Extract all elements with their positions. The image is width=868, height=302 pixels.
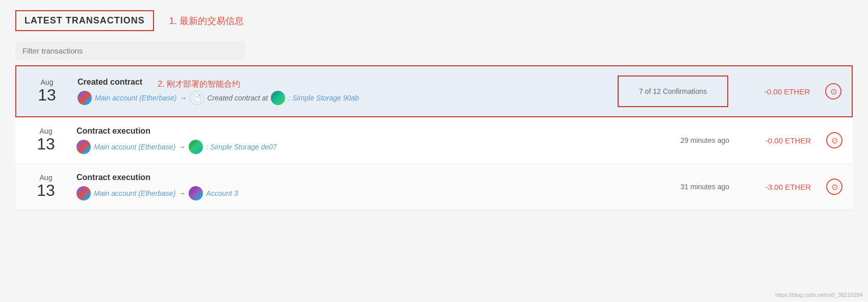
tx-right-2: 29 minutes ago -0.00 ETHER ⊙ (639, 132, 843, 148)
tx-content-3: Contract execution Main account (Etherba… (66, 173, 639, 200)
tx-day-2: 13 (25, 135, 66, 153)
tx-date-1: Aug 13 (27, 78, 67, 104)
tx-to-contract-1[interactable]: : Simple Storage 90ab (288, 94, 359, 102)
tx-detail-2: Main account (Etherbase) → : Simple Stor… (76, 140, 639, 154)
tx-amount-3: -3.00 ETHER (745, 183, 811, 191)
tx-from-link-3[interactable]: Main account (Etherbase) (94, 189, 175, 197)
transaction-list: Aug 13 Created contract 2. 刚才部署的智能合约 Mai… (15, 65, 853, 210)
tx-time-3: 31 minutes ago (663, 183, 729, 191)
tx-day-3: 13 (25, 182, 66, 199)
page-title: LATEST TRANSACTIONS (24, 15, 145, 26)
tx-month-3: Aug (25, 173, 66, 182)
annotation-2: 2. 刚才部署的智能合约 (158, 79, 240, 90)
tx-right-1: 7 of 12 Confirmations -0.00 ETHER ⊙ (618, 76, 841, 107)
arrow-icon-1: → (180, 94, 187, 102)
filter-row (15, 41, 853, 60)
tx-content-1: Created contract 2. 刚才部署的智能合约 Main accou… (67, 78, 618, 105)
table-row: Aug 13 Created contract 2. 刚才部署的智能合约 Mai… (15, 65, 853, 117)
tx-month-2: Aug (25, 127, 66, 135)
tx-detail-3: Main account (Etherbase) → Account 3 (76, 186, 639, 200)
tx-from-link-2[interactable]: Main account (Etherbase) (94, 143, 175, 151)
tx-from-link-1[interactable]: Main account (Etherbase) (95, 94, 176, 102)
tx-time-2: 29 minutes ago (663, 136, 729, 144)
tx-day-1: 13 (27, 86, 67, 104)
tx-to-contract-3[interactable]: Account 3 (206, 189, 238, 197)
tx-title-1: Created contract (78, 78, 142, 87)
tx-to-label-1: Created contract at (207, 94, 268, 102)
tx-month-1: Aug (27, 78, 67, 86)
tx-date-3: Aug 13 (25, 173, 66, 199)
avatar-from-3 (76, 186, 91, 200)
table-row: Aug 13 Contract execution Main account (… (15, 164, 853, 210)
table-row: Aug 13 Contract execution Main account (… (15, 117, 853, 164)
tx-to-contract-2[interactable]: : Simple Storage de07 (206, 143, 277, 151)
tx-title-2: Contract execution (76, 127, 639, 136)
tx-detail-arrow-2[interactable]: ⊙ (826, 132, 843, 148)
tx-title-3: Contract execution (76, 173, 639, 182)
tx-content-2: Contract execution Main account (Etherba… (66, 127, 639, 154)
avatar-contract-icon-1: 📄 (190, 91, 204, 105)
avatar-from-2 (76, 140, 91, 154)
arrow-icon-3: → (178, 189, 186, 197)
avatar-to-2 (189, 140, 203, 154)
confirmations-box: 7 of 12 Confirmations (618, 76, 728, 107)
arrow-icon-2: → (178, 143, 186, 151)
tx-amount-2: -0.00 ETHER (745, 136, 811, 145)
tx-date-2: Aug 13 (25, 127, 66, 153)
annotation-1: 1. 最新的交易信息 (169, 15, 244, 27)
tx-detail-arrow-3[interactable]: ⊙ (826, 179, 843, 195)
latest-transactions-title-box: LATEST TRANSACTIONS (15, 10, 154, 31)
tx-amount-1: -0.00 ETHER (744, 87, 810, 96)
confirmations-text: 7 of 12 Confirmations (639, 87, 707, 95)
tx-right-3: 31 minutes ago -3.00 ETHER ⊙ (639, 179, 843, 195)
avatar-to-1 (271, 91, 285, 105)
tx-detail-1: Main account (Etherbase) → 📄 Created con… (78, 91, 618, 105)
filter-input[interactable] (15, 41, 245, 60)
tx-detail-arrow-1[interactable]: ⊙ (825, 83, 841, 99)
avatar-to-3 (189, 186, 203, 200)
watermark: https://blog.csdn.net/m0_38210284 (775, 292, 863, 298)
avatar-from-1 (78, 91, 92, 105)
